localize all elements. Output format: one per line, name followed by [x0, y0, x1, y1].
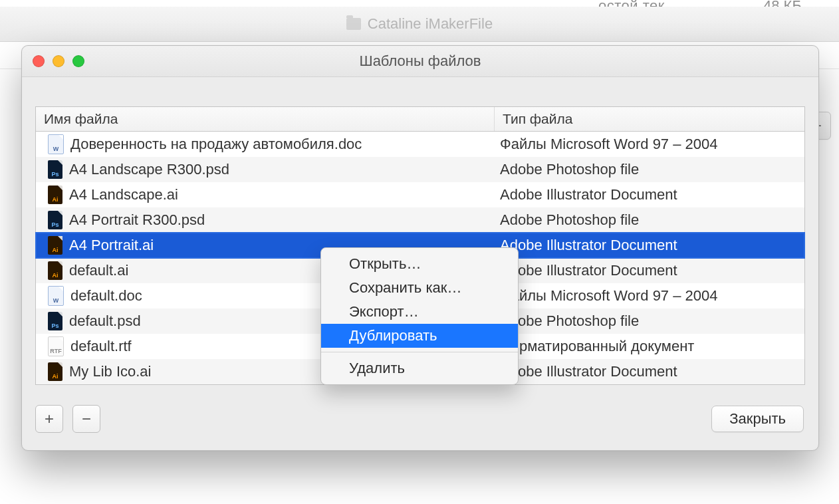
cell-type: Adobe Photoshop file	[495, 161, 804, 178]
cell-type: Adobe Photoshop file	[495, 313, 804, 330]
cell-name: PsA4 Portrait R300.psd	[36, 211, 495, 229]
doc-file-icon: W	[48, 286, 64, 306]
sheet-bottom-bar: + − Закрыть	[22, 397, 818, 450]
cell-name: AiA4 Landscape.ai	[36, 186, 495, 204]
ai-file-icon: Ai	[48, 186, 62, 204]
cell-type: Файлы Microsoft Word 97 – 2004	[495, 287, 804, 305]
close-window-icon[interactable]	[33, 55, 45, 67]
file-name: default.doc	[70, 287, 142, 305]
ctx-separator	[321, 352, 518, 352]
table-row[interactable]: WДоверенность на продажу автомобиля.docФ…	[36, 132, 804, 157]
cell-type: Файлы Microsoft Word 97 – 2004	[495, 136, 804, 153]
ai-file-icon: Ai	[48, 236, 62, 255]
table-row[interactable]: PsA4 Landscape R300.psdAdobe Photoshop f…	[36, 157, 804, 182]
ctx-save-as[interactable]: Сохранить как…	[321, 276, 518, 300]
bg-window-title: Cataline iMakerFile	[0, 15, 839, 33]
cell-type: Adobe Illustrator Document	[495, 237, 804, 254]
zoom-window-icon[interactable]	[72, 55, 84, 67]
file-name: A4 Portrait R300.psd	[69, 211, 205, 229]
column-header-name[interactable]: Имя файла	[36, 107, 495, 131]
table-row[interactable]: AiA4 Landscape.aiAdobe Illustrator Docum…	[36, 182, 804, 207]
add-template-button[interactable]: +	[35, 405, 63, 433]
psd-file-icon: Ps	[48, 211, 62, 229]
sheet-title: Шаблоны файлов	[22, 53, 818, 70]
ctx-duplicate[interactable]: Дублировать	[321, 324, 518, 348]
doc-file-icon: W	[48, 134, 64, 154]
bg-window-title-text: Cataline iMakerFile	[368, 15, 493, 33]
cell-name: WДоверенность на продажу автомобиля.doc	[36, 134, 495, 154]
ctx-export[interactable]: Экспорт…	[321, 300, 518, 324]
cell-name: PsA4 Landscape R300.psd	[36, 160, 495, 179]
cell-type: Adobe Illustrator Document	[495, 262, 804, 279]
cell-type: Adobe Illustrator Document	[495, 363, 804, 380]
file-name: A4 Portrait.ai	[69, 237, 154, 254]
ai-file-icon: Ai	[48, 362, 62, 381]
psd-file-icon: Ps	[48, 312, 62, 330]
file-name: A4 Landscape.ai	[69, 186, 178, 203]
cell-type: Форматированный документ	[495, 338, 804, 355]
file-name: default.rtf	[70, 338, 132, 355]
context-menu: Открыть… Сохранить как… Экспорт… Дублиро…	[320, 247, 519, 385]
file-name: default.psd	[69, 313, 141, 330]
sheet-titlebar: Шаблоны файлов	[22, 46, 818, 77]
file-name: Доверенность на продажу автомобиля.doc	[70, 136, 362, 153]
table-header: Имя файла Тип файла	[36, 107, 804, 132]
file-name: default.ai	[69, 262, 128, 279]
close-button[interactable]: Закрыть	[711, 406, 804, 432]
cell-type: Adobe Photoshop file	[495, 211, 804, 229]
ai-file-icon: Ai	[48, 261, 62, 280]
cell-type: Adobe Illustrator Document	[495, 186, 804, 203]
psd-file-icon: Ps	[48, 160, 62, 179]
ctx-delete[interactable]: Удалить	[321, 356, 518, 380]
file-name: My Lib Ico.ai	[69, 363, 152, 380]
column-header-type[interactable]: Тип файла	[495, 107, 804, 131]
file-name: A4 Landscape R300.psd	[69, 161, 229, 178]
minimize-window-icon[interactable]	[53, 55, 64, 67]
rtf-file-icon: RTF	[48, 336, 64, 356]
folder-icon	[346, 18, 361, 30]
remove-template-button[interactable]: −	[72, 405, 100, 433]
ctx-open[interactable]: Открыть…	[321, 252, 518, 276]
table-row[interactable]: PsA4 Portrait R300.psdAdobe Photoshop fi…	[36, 207, 804, 233]
window-controls	[33, 55, 84, 67]
